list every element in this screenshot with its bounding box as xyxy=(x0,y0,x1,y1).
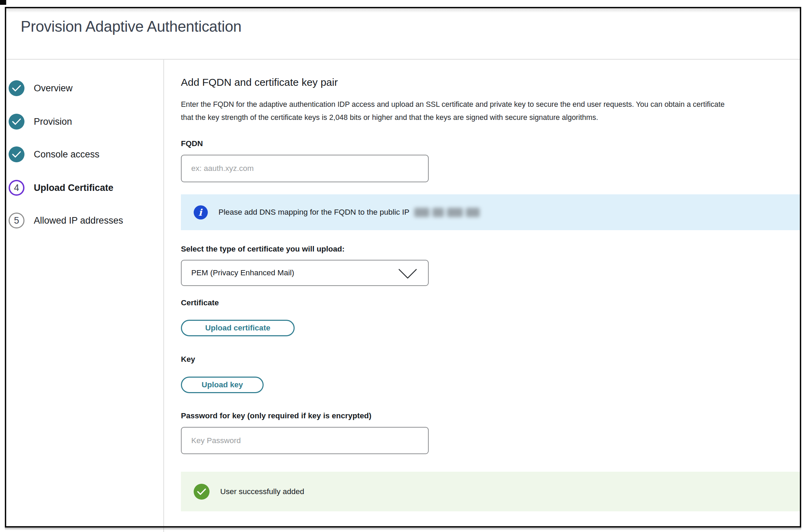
sidebar-divider xyxy=(163,60,164,532)
key-label: Key xyxy=(181,355,195,364)
fqdn-input[interactable] xyxy=(181,155,429,182)
step-complete-badge xyxy=(9,114,24,130)
sidebar-step-label: Overview xyxy=(34,83,73,94)
certificate-type-label: Select the type of certificate you will … xyxy=(181,245,345,254)
section-heading: Add FQDN and certificate key pair xyxy=(181,76,338,88)
sidebar-step-label: Provision xyxy=(34,116,72,127)
chevron-down-icon xyxy=(398,269,417,279)
info-banner-text: Please add DNS mapping for the FQDN to t… xyxy=(218,208,409,217)
certificate-type-select[interactable]: PEM (Privacy Enhanced Mail) xyxy=(181,260,429,286)
sidebar-step-upload-certificate[interactable]: 4 Upload Certificate xyxy=(9,180,157,196)
step-complete-badge xyxy=(9,80,24,96)
info-icon: i xyxy=(194,205,208,219)
header-divider xyxy=(6,59,800,60)
step-number: 5 xyxy=(14,216,19,225)
sidebar-step-label: Allowed IP addresses xyxy=(34,215,123,226)
success-banner-text: User successfully added xyxy=(220,487,304,496)
sidebar-step-label: Upload Certificate xyxy=(34,183,113,193)
step-number: 4 xyxy=(14,183,19,193)
check-icon xyxy=(197,488,206,495)
upload-key-button[interactable]: Upload key xyxy=(181,377,264,393)
certificate-type-selected-value: PEM (Privacy Enhanced Mail) xyxy=(191,268,294,277)
dns-mapping-info-banner: i Please add DNS mapping for the FQDN to… xyxy=(181,194,800,230)
provision-adaptive-authentication-window: Provision Adaptive Authentication Overvi… xyxy=(0,0,805,532)
sidebar-step-overview[interactable]: Overview xyxy=(9,80,157,96)
section-description: Enter the FQDN for the adaptive authenti… xyxy=(181,98,805,124)
sidebar-step-label: Console access xyxy=(34,149,100,160)
window-border-top xyxy=(5,7,801,8)
upload-certificate-button[interactable]: Upload certificate xyxy=(181,320,295,336)
step-complete-badge xyxy=(9,146,24,162)
header-scroll-shadow xyxy=(6,8,800,13)
step-number-badge: 5 xyxy=(9,213,24,228)
fqdn-label: FQDN xyxy=(181,139,203,148)
description-line-1: Enter the FQDN for the adaptive authenti… xyxy=(181,98,805,111)
key-password-label: Password for key (only required if key i… xyxy=(181,411,371,420)
sidebar-step-provision[interactable]: Provision xyxy=(9,114,157,130)
certificate-label: Certificate xyxy=(181,298,219,307)
check-icon xyxy=(12,151,21,158)
window-corner-notch xyxy=(0,0,6,5)
redacted-public-ip xyxy=(414,208,480,217)
window-border-left xyxy=(5,7,6,528)
sidebar-step-allowed-ip-addresses[interactable]: 5 Allowed IP addresses xyxy=(9,213,157,228)
page-title: Provision Adaptive Authentication xyxy=(21,18,242,35)
success-check-icon xyxy=(194,484,210,500)
key-password-input[interactable] xyxy=(181,427,429,454)
check-icon xyxy=(12,118,21,125)
info-icon-glyph: i xyxy=(198,208,202,217)
window-border-right xyxy=(800,7,801,528)
sidebar-step-console-access[interactable]: Console access xyxy=(9,146,157,162)
step-number-badge: 4 xyxy=(9,180,24,196)
check-icon xyxy=(12,85,21,92)
window-shadow xyxy=(5,528,801,530)
success-banner: User successfully added xyxy=(181,472,800,511)
description-line-2: that the key strength of the certificate… xyxy=(181,111,805,124)
